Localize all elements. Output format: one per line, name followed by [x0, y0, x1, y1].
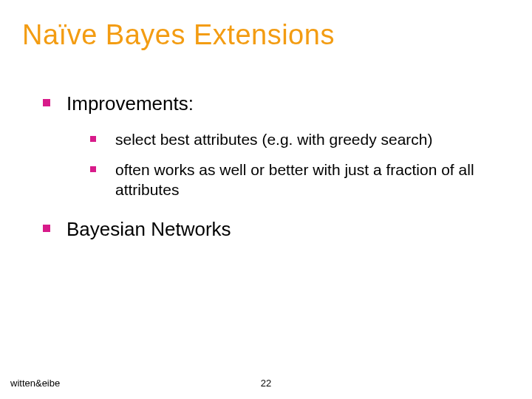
slide-title: Naïve Bayes Extensions: [22, 19, 335, 51]
square-bullet-icon: [90, 166, 96, 172]
list-item: often works as well or better with just …: [90, 160, 502, 200]
list-item-text: Bayesian Networks: [66, 217, 231, 242]
list-item-text: select best attributes (e.g. with greedy…: [115, 129, 433, 149]
list-item: select best attributes (e.g. with greedy…: [90, 129, 502, 149]
square-bullet-icon: [43, 225, 50, 232]
square-bullet-icon: [43, 99, 50, 106]
list-item-text: Improvements:: [66, 92, 194, 116]
slide: Naïve Bayes Extensions Improvements: sel…: [0, 0, 532, 399]
square-bullet-icon: [90, 136, 96, 142]
slide-body: Improvements: select best attributes (e.…: [43, 92, 502, 255]
list-item: Bayesian Networks: [43, 217, 502, 242]
footer-page-number: 22: [0, 378, 532, 389]
list-item: Improvements:: [43, 92, 502, 116]
list-item-text: often works as well or better with just …: [115, 160, 485, 200]
